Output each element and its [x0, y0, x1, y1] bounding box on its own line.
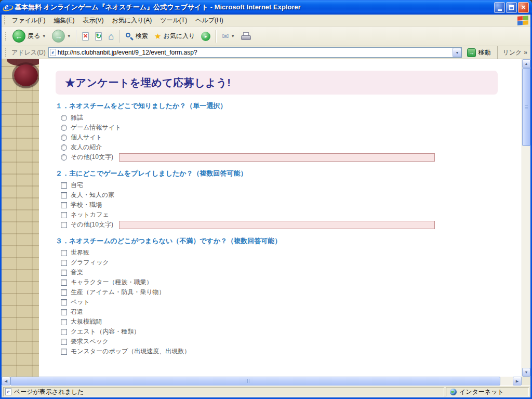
option-label: ネットカフェ: [71, 210, 109, 219]
maximize-button[interactable]: [506, 2, 517, 13]
minimize-button[interactable]: [494, 2, 505, 13]
browser-window: e 基本無料 オンラインゲーム『ネオスチーム』公式ウェブサイト - Micros…: [0, 0, 532, 399]
mail-dropdown-icon[interactable]: ▼: [231, 34, 235, 38]
checkbox[interactable]: [61, 270, 67, 276]
refresh-button[interactable]: ↻: [92, 31, 104, 42]
addressbar-grip-handle[interactable]: [5, 48, 7, 57]
option-row: 雑誌: [39, 113, 522, 123]
scroll-left-button[interactable]: ◀: [2, 377, 10, 385]
checkbox[interactable]: [61, 250, 67, 256]
radio-button[interactable]: [61, 115, 67, 121]
address-dropdown-arrow-icon[interactable]: ▼: [453, 48, 461, 57]
other-text-input[interactable]: [119, 153, 435, 162]
menu-item[interactable]: ツール(T): [156, 15, 191, 26]
back-label: 戻る: [28, 32, 40, 41]
option-label: その他(10文字): [71, 220, 113, 229]
question-title: ３．ネオスチームのどこがつまらない（不満）ですか？（複数回答可能）: [39, 237, 522, 245]
option-label: 世界観: [71, 248, 89, 257]
other-text-input[interactable]: [119, 221, 435, 229]
horizontal-scroll-thumb[interactable]: [10, 377, 500, 385]
horizontal-scrollbar-row: ◀ ▶: [2, 377, 530, 385]
status-page-icon: [5, 388, 11, 395]
option-label: 友人・知人の家: [71, 191, 114, 200]
checkbox[interactable]: [61, 202, 67, 208]
option-label: 要求スペック: [71, 337, 109, 346]
option-row: 友人・知人の家: [39, 190, 522, 200]
menu-item[interactable]: お気に入り(A): [108, 15, 156, 26]
checkbox[interactable]: [61, 339, 67, 345]
option-row: クエスト（内容・種類）: [39, 327, 522, 337]
vertical-scroll-thumb[interactable]: [522, 68, 530, 146]
option-row: 召還: [39, 307, 522, 317]
media-button[interactable]: ▸: [198, 31, 213, 42]
checkbox[interactable]: [61, 182, 67, 189]
scroll-down-button[interactable]: ▼: [522, 368, 530, 377]
links-chevron-icon[interactable]: »: [524, 49, 527, 56]
print-button[interactable]: [238, 31, 254, 41]
forward-dropdown-icon[interactable]: ▼: [67, 34, 71, 38]
checkbox[interactable]: [61, 319, 67, 325]
scrollbar-corner: [522, 377, 530, 385]
checkbox[interactable]: [61, 299, 67, 305]
radio-button[interactable]: [61, 135, 67, 141]
vertical-scrollbar[interactable]: ▲ ▼: [522, 59, 530, 377]
menu-item[interactable]: ヘルプ(H): [191, 15, 228, 26]
survey-page: ★アンケートを埋めて応募しよう! １．ネオスチームをどこで知りましたか？（単一選…: [39, 59, 522, 377]
option-row: ペット: [39, 297, 522, 307]
radio-button[interactable]: [61, 125, 67, 131]
horizontal-scrollbar[interactable]: ◀ ▶: [2, 377, 522, 385]
toolbar-grip-handle[interactable]: [5, 32, 7, 41]
maximize-icon: [509, 5, 514, 10]
horizontal-scroll-track[interactable]: [10, 377, 513, 385]
checkbox[interactable]: [61, 260, 67, 266]
scroll-up-button[interactable]: ▲: [522, 59, 530, 68]
status-message: ページが表示されました: [14, 388, 84, 396]
mail-button[interactable]: ✉ ▼: [219, 31, 237, 42]
favorites-button[interactable]: ★ お気に入り: [152, 31, 197, 42]
option-row: グラフィック: [39, 258, 522, 268]
option-row: 要求スペック: [39, 337, 522, 347]
checkbox[interactable]: [61, 222, 67, 228]
radio-button[interactable]: [61, 154, 67, 161]
vertical-scroll-track[interactable]: [522, 68, 530, 368]
checkbox[interactable]: [61, 212, 67, 218]
checkbox[interactable]: [61, 329, 67, 335]
radio-button[interactable]: [61, 144, 67, 151]
option-row: 友人の紹介: [39, 142, 522, 152]
option-label: 音楽: [71, 268, 83, 277]
close-button[interactable]: ✕: [518, 2, 529, 13]
menu-item[interactable]: 表示(V): [78, 15, 108, 26]
checkbox[interactable]: [61, 192, 67, 198]
checkbox[interactable]: [61, 280, 67, 286]
back-dropdown-icon[interactable]: ▼: [42, 34, 46, 38]
scroll-right-button[interactable]: ▶: [513, 377, 522, 385]
menu-items: ファイル(F)編集(E)表示(V)お気に入り(A)ツール(T)ヘルプ(H): [8, 15, 516, 26]
option-row: 個人サイト: [39, 132, 522, 142]
search-button[interactable]: 検索: [123, 31, 151, 42]
option-label: 友人の紹介: [71, 143, 102, 152]
title-bar[interactable]: e 基本無料 オンラインゲーム『ネオスチーム』公式ウェブサイト - Micros…: [0, 0, 532, 15]
checkbox[interactable]: [61, 289, 67, 296]
option-label: ペット: [71, 298, 90, 307]
links-toolbar[interactable]: リンク »: [502, 48, 528, 57]
menu-item[interactable]: ファイル(F): [8, 15, 49, 26]
home-button[interactable]: ⌂: [105, 31, 116, 42]
menu-grip-handle[interactable]: [4, 16, 6, 24]
checkbox[interactable]: [61, 349, 67, 355]
media-icon: ▸: [201, 32, 210, 41]
back-button[interactable]: ← 戻る ▼: [10, 29, 48, 44]
status-bar: ページが表示されました インターネット: [2, 385, 530, 397]
option-label: 大規模戦闘: [71, 317, 102, 326]
addressbar-separator: [497, 46, 498, 59]
option-label: 学校・職場: [71, 201, 102, 209]
checkbox[interactable]: [61, 309, 67, 315]
address-combobox[interactable]: ▼: [48, 47, 462, 58]
go-button[interactable]: → 移動: [464, 48, 493, 58]
refresh-icon: ↻: [95, 32, 102, 41]
stop-button[interactable]: ✕: [79, 31, 91, 42]
menu-item[interactable]: 編集(E): [49, 15, 78, 26]
option-row: ネットカフェ: [39, 210, 522, 220]
option-label: ゲーム情報サイト: [71, 123, 121, 132]
forward-button[interactable]: → ▼: [49, 29, 73, 44]
address-input[interactable]: [58, 48, 453, 57]
